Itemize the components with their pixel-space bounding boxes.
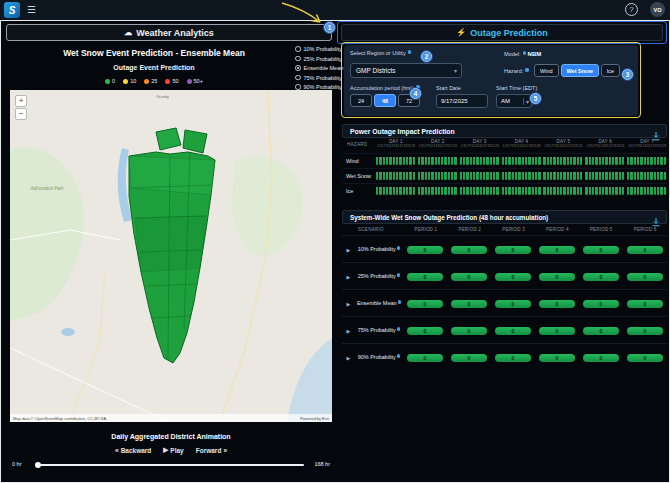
value-pill[interactable]: 0 <box>627 327 663 335</box>
value-pill[interactable]: 0 <box>451 246 487 254</box>
hazard-option[interactable]: Wet Snow <box>561 64 599 77</box>
impact-bar-segment <box>654 172 656 180</box>
radio-button[interactable] <box>295 84 301 90</box>
value-pill[interactable]: 0 <box>583 354 619 362</box>
value-pill[interactable]: 0 <box>627 354 663 362</box>
info-icon[interactable] <box>408 50 412 54</box>
forward-button[interactable]: Forward » <box>196 447 227 454</box>
info-icon[interactable] <box>397 273 401 277</box>
value-pill[interactable]: 0 <box>495 300 531 308</box>
value-pill[interactable]: 0 <box>495 246 531 254</box>
impact-bar-segment <box>518 172 520 180</box>
radio-button[interactable] <box>295 65 301 71</box>
impact-bar-segment <box>522 157 524 165</box>
value-pill[interactable]: 0 <box>627 273 663 281</box>
value-pill[interactable]: 0 <box>495 354 531 362</box>
value-pill[interactable]: 0 <box>451 327 487 335</box>
day-column: DAY 51357911131517192123 <box>543 139 583 148</box>
day-hour-ticks: 1357911131517192123 <box>502 144 542 148</box>
value-pill[interactable]: 0 <box>495 327 531 335</box>
row-expander-icon[interactable]: ▶ <box>342 247 355 253</box>
impact-bar-segment <box>567 157 569 165</box>
value-pill[interactable]: 0 <box>495 273 531 281</box>
impact-bar-segment <box>480 187 482 195</box>
value-pill[interactable]: 0 <box>539 327 575 335</box>
accum-option[interactable]: 48 <box>374 94 396 107</box>
accum-option[interactable]: 24 <box>350 94 372 107</box>
backward-button[interactable]: « Backward <box>115 447 151 454</box>
hazard-button-group: WindWet SnowIce <box>534 64 620 77</box>
value-pill[interactable]: 0 <box>627 246 663 254</box>
app-logo[interactable]: S <box>4 2 20 18</box>
value-pill[interactable]: 0 <box>539 246 575 254</box>
timeline-knob[interactable] <box>35 462 41 468</box>
radio-button[interactable] <box>295 56 301 62</box>
start-time-select[interactable]: AM ▾ <box>496 94 532 108</box>
value-pill[interactable]: 0 <box>539 300 575 308</box>
scenario-row: ▶90% Probability000000 <box>342 343 667 371</box>
info-icon[interactable] <box>397 327 401 331</box>
play-button[interactable]: ▶ Play <box>163 446 183 454</box>
info-icon[interactable] <box>416 85 420 89</box>
value-pill[interactable]: 0 <box>407 273 443 281</box>
legend-item: 0 <box>105 78 115 84</box>
map-canvas[interactable]: + − Adirondack Park Granby Map data © Op… <box>10 90 332 422</box>
info-icon[interactable] <box>397 354 401 358</box>
zoom-out-button[interactable]: − <box>15 108 27 120</box>
info-icon[interactable] <box>525 68 529 72</box>
impact-bar-segment <box>532 172 534 180</box>
hazard-option[interactable]: Ice <box>601 64 620 77</box>
value-pill[interactable]: 0 <box>451 354 487 362</box>
radio-button[interactable] <box>295 46 301 52</box>
value-pill[interactable]: 0 <box>627 300 663 308</box>
hamburger-menu-icon[interactable]: ☰ <box>27 4 36 15</box>
row-expander-icon[interactable]: ▶ <box>342 274 355 280</box>
download-icon[interactable] <box>651 127 661 137</box>
value-pill[interactable]: 0 <box>539 273 575 281</box>
help-button[interactable]: ? <box>625 3 638 16</box>
impact-bar-segment <box>573 172 575 180</box>
impact-bar-segment <box>463 172 465 180</box>
row-expander-icon[interactable]: ▶ <box>342 301 355 307</box>
info-icon[interactable] <box>398 300 402 304</box>
accum-option[interactable]: 72 <box>398 94 420 107</box>
tab-outage-prediction[interactable]: ⚡ Outage Prediction <box>341 24 663 41</box>
value-pill[interactable]: 0 <box>583 246 619 254</box>
prediction-control-panel: Select Region or Utility Model: NBM GMP … <box>344 45 638 116</box>
zoom-in-button[interactable]: + <box>15 95 27 107</box>
download-icon[interactable] <box>651 213 661 223</box>
impact-bar-segment <box>627 187 629 195</box>
legend-dot <box>187 79 192 84</box>
value-pill[interactable]: 0 <box>539 354 575 362</box>
value-pill[interactable]: 0 <box>583 273 619 281</box>
impact-bar-segment <box>602 187 604 195</box>
impact-bar-segment <box>573 187 575 195</box>
value-pill[interactable]: 0 <box>451 273 487 281</box>
value-pill[interactable]: 0 <box>407 327 443 335</box>
impact-bar-segment <box>525 157 527 165</box>
impact-row-label: Wet Snow <box>342 173 376 179</box>
impact-bar-segment <box>421 157 423 165</box>
row-expander-icon[interactable]: ▶ <box>342 355 355 361</box>
value-pill[interactable]: 0 <box>407 246 443 254</box>
impact-bar-segment <box>383 187 385 195</box>
value-pill[interactable]: 0 <box>451 300 487 308</box>
tab-weather-analytics[interactable]: ☁ Weather Analytics <box>6 24 332 41</box>
radio-button[interactable] <box>295 75 301 81</box>
impact-bar-segment <box>550 157 552 165</box>
info-icon[interactable] <box>523 51 527 55</box>
row-expander-icon[interactable]: ▶ <box>342 328 355 334</box>
region-select-dropdown[interactable]: GMP Districts ▾ <box>350 63 462 78</box>
hazard-option[interactable]: Wind <box>534 64 559 77</box>
impact-bar-segment <box>547 157 549 165</box>
value-pill[interactable]: 0 <box>407 354 443 362</box>
timeline-track[interactable] <box>38 464 304 466</box>
info-icon[interactable] <box>397 246 401 250</box>
value-pill[interactable]: 0 <box>407 300 443 308</box>
value-pill[interactable]: 0 <box>583 300 619 308</box>
value-pill[interactable]: 0 <box>583 327 619 335</box>
user-avatar[interactable]: VO <box>650 2 665 17</box>
start-date-input[interactable]: 9/17/2025 <box>436 94 488 108</box>
impact-bar-segment <box>502 187 504 195</box>
impact-bar-segment <box>615 157 617 165</box>
